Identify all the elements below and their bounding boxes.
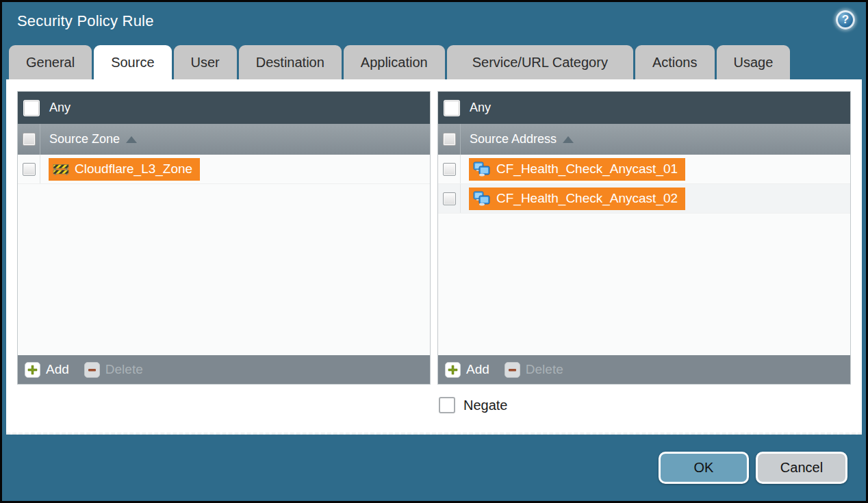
table-row[interactable]: CF_Health_Check_Anycast_01: [438, 155, 850, 184]
source-address-any-header: Any: [438, 92, 850, 124]
tab-general[interactable]: General: [9, 45, 92, 79]
address-name: CF_Health_Check_Anycast_01: [496, 162, 678, 177]
tab-actions[interactable]: Actions: [635, 45, 715, 79]
source-zone-list: Cloudflare_L3_Zone: [18, 155, 430, 355]
source-tab-content: Any Source Zone: [6, 79, 862, 435]
sort-ascending-icon: [563, 136, 574, 143]
zone-icon: [53, 162, 69, 176]
zone-value-pill[interactable]: Cloudflare_L3_Zone: [49, 158, 200, 181]
tab-application[interactable]: Application: [344, 45, 445, 79]
source-zone-column-label: Source Zone: [49, 132, 120, 146]
tab-usage[interactable]: Usage: [717, 45, 791, 79]
dialog-footer: OK Cancel: [2, 435, 866, 501]
plus-icon: [25, 362, 40, 378]
row-checkbox[interactable]: [443, 192, 456, 205]
table-row[interactable]: CF_Health_Check_Anycast_02: [438, 184, 850, 214]
negate-label: Negate: [463, 398, 508, 413]
source-zone-column-header[interactable]: Source Zone: [18, 124, 430, 155]
source-address-any-checkbox[interactable]: [444, 101, 459, 116]
negate-row: Negate: [439, 397, 851, 413]
source-address-panel: Any Source Address: [437, 91, 851, 385]
source-zone-any-header: Any: [18, 92, 430, 124]
source-zone-panel: Any Source Zone: [17, 91, 431, 385]
delete-label: Delete: [105, 362, 143, 377]
sort-ascending-icon: [126, 136, 137, 143]
row-checkbox-cell: [438, 184, 461, 213]
select-all-cell: [18, 124, 40, 155]
address-name: CF_Health_Check_Anycast_02: [496, 191, 678, 206]
add-button[interactable]: Add: [25, 362, 69, 378]
cancel-button[interactable]: Cancel: [756, 452, 847, 484]
source-zone-select-all-checkbox[interactable]: [23, 133, 36, 146]
source-address-column-header[interactable]: Source Address: [438, 124, 850, 155]
address-group-icon: [473, 191, 491, 206]
address-value-pill[interactable]: CF_Health_Check_Anycast_02: [469, 188, 685, 210]
table-row[interactable]: Cloudflare_L3_Zone: [18, 155, 430, 184]
delete-button[interactable]: Delete: [505, 362, 563, 378]
security-policy-rule-dialog: Security Policy Rule ? General Source Us…: [0, 0, 868, 503]
source-zone-any-checkbox[interactable]: [24, 101, 39, 116]
ok-button[interactable]: OK: [659, 452, 749, 484]
source-address-footer: Add Delete: [438, 355, 850, 384]
row-checkbox-cell: [438, 155, 461, 183]
row-checkbox[interactable]: [443, 163, 456, 176]
source-address-list: CF_Health_Check_Anycast_01: [438, 155, 850, 355]
source-address-column-label: Source Address: [470, 132, 557, 146]
address-value-pill[interactable]: CF_Health_Check_Anycast_01: [469, 158, 685, 181]
delete-label: Delete: [526, 362, 563, 377]
row-checkbox-cell: [18, 155, 40, 183]
add-label: Add: [466, 362, 489, 377]
address-group-icon: [473, 162, 491, 177]
source-zone-any-label: Any: [49, 101, 71, 115]
dialog-title: Security Policy Rule: [17, 12, 154, 30]
tab-service-url-category[interactable]: Service/URL Category: [447, 45, 633, 79]
tab-destination[interactable]: Destination: [239, 45, 342, 79]
negate-checkbox[interactable]: [439, 397, 455, 413]
select-all-cell: [438, 124, 461, 155]
tab-bar: General Source User Destination Applicat…: [2, 45, 866, 79]
help-icon[interactable]: ?: [836, 10, 855, 29]
delete-button[interactable]: Delete: [84, 362, 143, 378]
add-label: Add: [46, 362, 69, 377]
source-zone-footer: Add Delete: [18, 355, 430, 384]
zone-name: Cloudflare_L3_Zone: [75, 162, 192, 177]
tab-user[interactable]: User: [174, 45, 237, 79]
minus-icon: [84, 362, 100, 378]
tab-source[interactable]: Source: [94, 45, 171, 79]
source-address-select-all-checkbox[interactable]: [443, 133, 456, 146]
source-address-any-label: Any: [470, 101, 491, 115]
plus-icon: [445, 362, 461, 378]
row-checkbox[interactable]: [23, 163, 36, 176]
minus-icon: [505, 362, 520, 378]
title-bar: Security Policy Rule ?: [2, 2, 866, 45]
add-button[interactable]: Add: [445, 362, 489, 378]
